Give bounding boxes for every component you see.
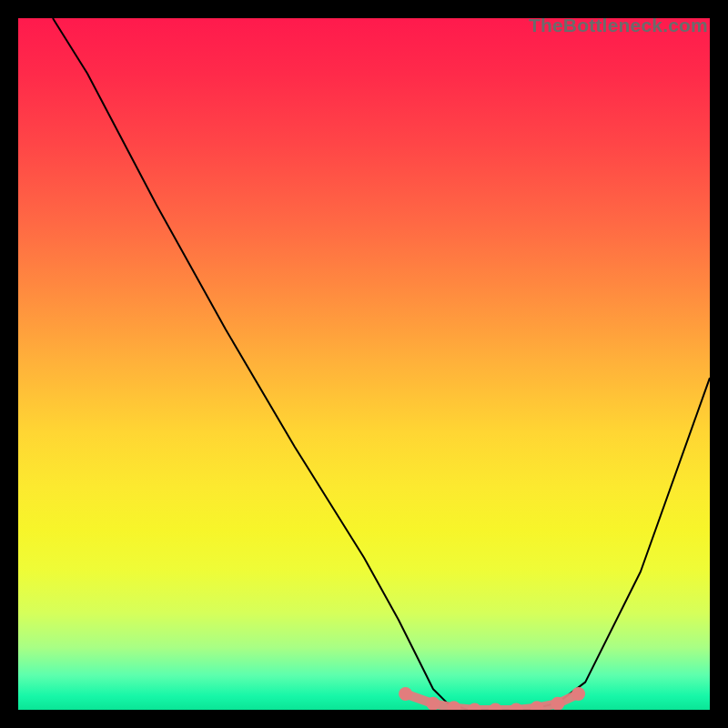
chart-frame: TheBottleneck.com — [0, 0, 728, 728]
marker-dot — [571, 687, 585, 701]
marker-dot — [489, 703, 502, 711]
curve-svg — [18, 18, 710, 710]
marker-dot — [468, 703, 481, 711]
marker-dot — [551, 697, 564, 710]
marker-dot — [399, 687, 412, 701]
marker-dot — [427, 697, 440, 710]
plot-area — [18, 18, 710, 710]
bottleneck-curve — [53, 18, 710, 710]
marker-dot — [510, 703, 523, 711]
